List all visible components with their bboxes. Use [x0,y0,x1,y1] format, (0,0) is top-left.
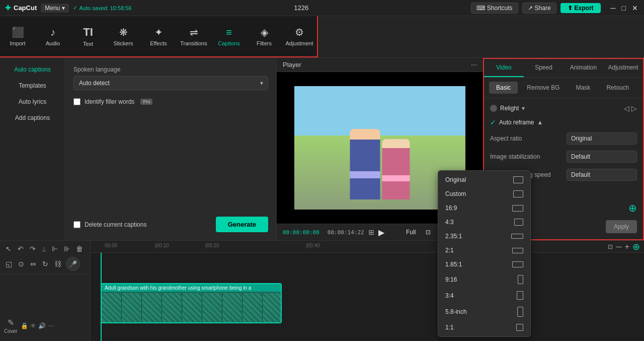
select-tool[interactable]: ↖ [4,244,13,254]
grid-icon[interactable]: ⊞ [368,228,374,236]
ratio-option-1-85-1[interactable]: 1.85:1 [438,257,530,271]
rotate-button[interactable]: ↻ [41,259,50,269]
ratio-option-9-16[interactable]: 9:16 [438,271,530,288]
close-button[interactable]: ✕ [630,4,640,12]
share-button[interactable]: ↗ Share [522,3,556,14]
minimize-button[interactable]: ─ [609,4,618,12]
subtab-basic[interactable]: Basic [489,82,518,94]
ratio-option-original[interactable]: Original [438,173,530,187]
auto-reframe-check-icon[interactable]: ✓ [490,118,496,126]
link-button[interactable]: ⛓ [53,259,63,269]
subtab-mask[interactable]: Mask [569,82,598,94]
relight-circle [490,105,497,112]
original-ratio-icon [513,176,523,183]
tab-adjustment[interactable]: Adjustment [603,59,643,77]
cover-label[interactable]: ✎ Cover [4,318,18,334]
zoom-out-button[interactable]: ─ [616,242,621,251]
2-1-ratio-icon [512,248,523,253]
zoom-in-button[interactable]: + [625,242,629,251]
image-stabilization-select[interactable]: Default Low Medium High [567,151,637,163]
auto-reframe-expand-icon[interactable]: ▲ [537,119,543,126]
frame-thumb-7 [222,293,243,323]
logo-icon: ✦ [4,3,12,14]
aspect-ratio-select[interactable]: Original Custom 16:9 4:3 9:16 1:1 [567,132,637,145]
sidebar-item-auto-captions[interactable]: Auto captions [2,62,63,77]
delete-button[interactable]: 🗑 [74,244,85,254]
export-icon: ⬆ [568,5,573,12]
shortcuts-button[interactable]: ⌨ Shortcuts [471,3,518,14]
ratio-option-5-8-inch[interactable]: 5.8-inch [438,303,530,320]
lock-icon[interactable]: 🔒 [21,322,28,329]
play-range-button[interactable]: ⊙ [17,259,26,269]
relight-toggle-area: Relight ▾ [490,105,525,112]
ratio-option-1-1[interactable]: 1:1 [438,320,530,334]
add-icon[interactable]: ⊕ [628,202,637,214]
screen-icon[interactable]: ⊡ [608,243,613,250]
spoken-language-select[interactable]: Auto detect English Spanish French Germa… [73,76,268,90]
ratio-option-3-4[interactable]: 3:4 [438,288,530,303]
sidebar-item-templates[interactable]: Templates [2,78,63,93]
top-right-controls: ⌨ Shortcuts ↗ Share ⬆ Export ─ □ ✕ [471,3,640,14]
export-button[interactable]: ⬆ Export [560,3,601,13]
split-v-button[interactable]: ⊩ [50,244,59,254]
timeline: ↖ ↶ ↷ ⟂ ⊩ ⊪ 🗑 ◱ ⊙ ⇔ ↻ ⛓ 🎤 ✎ Cover 🔒 👁 [0,240,644,341]
undo-button[interactable]: ↶ [16,244,25,254]
5-8-inch-ratio-icon [517,307,523,317]
toolbar-filters[interactable]: ◈ Filters [247,16,282,56]
player-menu-icon[interactable]: ⋯ [471,61,477,69]
crop-tl-button[interactable]: ◱ [4,259,14,269]
mirror-button[interactable]: ⇔ [29,259,38,269]
video-track[interactable]: Adult grandson with his grandmother usin… [101,283,282,323]
toolbar-import[interactable]: ⬛ Import [0,16,35,56]
generate-button[interactable]: Generate [216,217,268,232]
toolbar-captions[interactable]: ≡ Captions [211,16,247,56]
image-stabilization-label: Image stabilization [490,153,540,160]
identify-filler-words-checkbox[interactable] [73,98,80,105]
ruler-mark-40: |00:40 [306,243,320,248]
toolbar-adjustment[interactable]: ⚙ Adjustment [282,16,317,56]
time-current: 00:00:00:00 [283,229,319,236]
ratio-option-2-35-1[interactable]: 2.35:1 [438,229,530,243]
tab-speed[interactable]: Speed [524,59,564,77]
subtab-retouch[interactable]: Retouch [599,82,636,94]
timeline-tracks: Adult grandson with his grandmother usin… [91,253,644,341]
ratio-option-custom[interactable]: Custom [438,187,530,201]
delete-captions-checkbox[interactable] [73,221,80,228]
trim-button[interactable]: ⊪ [62,244,71,254]
3-4-ratio-icon [517,291,523,300]
subtab-remove-bg[interactable]: Remove BG [520,82,567,94]
frame-thumb-3 [142,293,162,323]
toolbar-audio[interactable]: ♪ Audio [35,16,70,56]
fit-button[interactable]: ⊡ [423,228,434,237]
toolbar-text[interactable]: TI Text [70,16,106,56]
image-stabilization-row: Image stabilization Default Low Medium H… [490,151,637,163]
toolbar-transitions[interactable]: ⇌ Transitions [176,16,211,56]
ratio-option-16-9[interactable]: 16:9 [438,201,530,215]
more-icon[interactable]: ⋯ [48,322,54,329]
apply-button[interactable]: Apply [606,220,637,233]
mic-button[interactable]: 🎤 [66,257,80,271]
ratio-option-4-3[interactable]: 4:3 [438,215,530,229]
menu-button[interactable]: Menu ▾ [41,4,68,13]
tab-video[interactable]: Video [484,59,524,77]
maximize-button[interactable]: □ [620,4,628,12]
eye-icon[interactable]: 👁 [30,322,36,329]
toolbar-stickers[interactable]: ❋ Stickers [106,16,141,56]
relight-dropdown-icon[interactable]: ▾ [522,105,525,112]
sidebar-item-add-captions[interactable]: Add captions [2,110,63,125]
frame-thumb-8 [243,293,263,323]
add-clip-button[interactable]: ⊕ [632,241,640,252]
next-arrow[interactable]: ▷ [631,104,637,112]
prev-arrow[interactable]: ◁ [624,104,629,112]
split-button[interactable]: ⟂ [40,244,47,254]
ratio-option-2-1[interactable]: 2:1 [438,243,530,257]
play-button[interactable]: ▶ [378,228,384,237]
camera-speed-select[interactable]: Default Slow Fast [567,169,637,181]
redo-button[interactable]: ↷ [28,244,37,254]
toolbar-effects[interactable]: ✦ Effects [141,16,176,56]
sidebar-item-auto-lyrics[interactable]: Auto lyrics [2,94,63,109]
volume-icon[interactable]: 🔊 [38,322,46,329]
full-button[interactable]: Full [403,228,419,237]
identify-filler-words-row: Identify filler words Pro [73,98,268,105]
tab-animation[interactable]: Animation [564,59,603,77]
